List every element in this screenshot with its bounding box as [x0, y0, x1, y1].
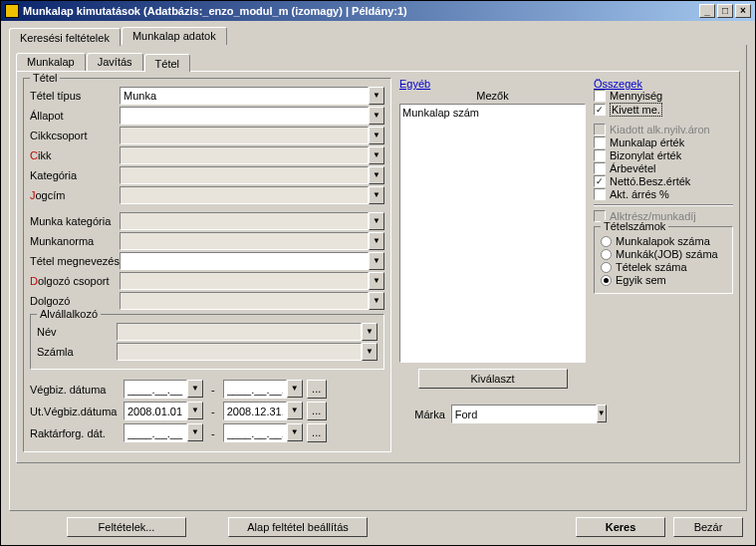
dropdown-icon[interactable]: ▼ [369, 166, 384, 184]
app-icon [5, 4, 19, 18]
dropdown-icon[interactable]: ▼ [369, 232, 384, 250]
combo-tetel-megnevezes[interactable] [120, 252, 369, 270]
label-kivett: Kivett me. [610, 103, 662, 117]
checkbox-bizonylat-ertek[interactable] [594, 149, 606, 161]
window-title: Munkalap kimutatások (Adatbázis:_enzo_mo… [23, 5, 699, 17]
bottom-bar: Feltételek... Alap feltétel beállítás Ke… [9, 511, 747, 539]
dropdown-icon[interactable]: ▼ [187, 380, 203, 398]
combo-tetel-tipus[interactable] [120, 87, 369, 105]
combo-dolgozo-csoport[interactable] [120, 272, 369, 290]
top-tabs: Keresési feltételek Munkalap adatok [9, 27, 747, 45]
input-vegbiz-to[interactable] [223, 380, 287, 399]
listbox-mezok[interactable]: Munkalap szám [399, 104, 586, 363]
combo-dolgozo[interactable] [120, 292, 369, 310]
link-egyeb[interactable]: Egyéb [399, 78, 586, 90]
checkbox-kivett[interactable]: ✓ [594, 104, 606, 116]
label-jogcim: Jogcím [30, 189, 120, 201]
label-tetel-megnevezes: Tétel megnevezés [30, 255, 120, 267]
main-window: Munkalap kimutatások (Adatbázis:_enzo_mo… [0, 0, 756, 546]
label-allapot: Állapot [30, 110, 120, 122]
separator: - [207, 406, 219, 417]
date-picker-button[interactable]: ... [307, 402, 327, 420]
list-item[interactable]: Munkalap szám [402, 107, 583, 119]
checkbox-mennyiseg[interactable] [594, 90, 606, 102]
combo-szamla[interactable] [117, 343, 362, 361]
label-raktarforg-dat: Raktárforg. dát. [30, 427, 120, 439]
label-dolgozo-csoport: Dolgozó csoport [30, 275, 120, 287]
dropdown-icon[interactable]: ▼ [369, 252, 384, 270]
combo-nev[interactable] [117, 323, 362, 341]
combo-allapot[interactable] [120, 107, 369, 125]
combo-cikk[interactable] [120, 146, 369, 164]
label-tetel-tipus: Tétel típus [30, 90, 120, 102]
minimize-button[interactable]: _ [699, 4, 715, 18]
separator: - [207, 384, 219, 396]
dropdown-icon[interactable]: ▼ [287, 423, 303, 441]
label-mennyiseg: Mennyiség [610, 90, 662, 102]
dropdown-icon[interactable]: ▼ [287, 402, 303, 419]
label-szamla: Számla [37, 346, 117, 358]
checkbox-arbevetel[interactable] [594, 162, 606, 174]
label-munka-kategoria: Munka kategória [30, 215, 120, 227]
input-utvegbiz-to[interactable] [223, 402, 287, 420]
combo-jogcim[interactable] [120, 186, 369, 204]
checkbox-kiadott [594, 124, 606, 136]
input-utvegbiz-from[interactable] [124, 402, 187, 420]
close-button[interactable]: × [735, 4, 751, 18]
tab-keresesi-feltetelek[interactable]: Keresési feltételek [9, 28, 121, 46]
dropdown-icon[interactable]: ▼ [369, 107, 384, 125]
group-tetelszamok: Tételszámok Munkalapok száma Munkák(JOB)… [594, 226, 733, 294]
dropdown-icon[interactable]: ▼ [369, 186, 384, 204]
dropdown-icon[interactable]: ▼ [287, 380, 303, 398]
combo-marka[interactable] [451, 405, 597, 423]
alap-feltetel-button[interactable]: Alap feltétel beállítás [228, 517, 368, 537]
dropdown-icon[interactable]: ▼ [187, 423, 203, 441]
label-munkalapok: Munkalapok száma [616, 235, 710, 247]
combo-munka-kategoria[interactable] [120, 212, 369, 230]
dropdown-icon[interactable]: ▼ [362, 343, 378, 361]
maximize-button[interactable]: □ [717, 4, 733, 18]
checkbox-munkalap-ertek[interactable] [594, 136, 606, 148]
link-osszegek[interactable]: Összegek [594, 78, 733, 90]
dropdown-icon[interactable]: ▼ [369, 212, 384, 230]
label-netto: Nettó.Besz.érték [610, 175, 690, 187]
dropdown-icon[interactable]: ▼ [369, 127, 384, 144]
bezar-button[interactable]: Bezár [673, 517, 743, 537]
tab-javitas[interactable]: Javítás [87, 53, 143, 71]
label-bizonylat-ertek: Bizonylat érték [610, 149, 681, 161]
combo-cikkcsoport[interactable] [120, 127, 369, 144]
input-vegbiz-from[interactable] [124, 380, 187, 399]
label-utvegbiz-datuma: Ut.Végbiz.dátuma [30, 406, 120, 417]
tab-munkalap-adatok[interactable]: Munkalap adatok [122, 27, 227, 45]
label-arbevetel: Árbevétel [610, 162, 655, 174]
keres-button[interactable]: Keres [576, 517, 665, 537]
titlebar: Munkalap kimutatások (Adatbázis:_enzo_mo… [1, 1, 755, 21]
kivalaszt-button[interactable]: Kiválaszt [418, 369, 568, 389]
date-picker-button[interactable]: ... [307, 423, 327, 442]
checkbox-akt-arres[interactable] [594, 188, 606, 200]
radio-munkalapok[interactable] [601, 236, 612, 247]
label-kiadott: Kiadott alk.nyilv.áron [610, 124, 710, 136]
dropdown-icon[interactable]: ▼ [369, 272, 384, 290]
input-raktar-from[interactable] [124, 423, 187, 442]
date-picker-button[interactable]: ... [307, 380, 327, 399]
radio-tetelek[interactable] [601, 262, 612, 273]
checkbox-netto[interactable]: ✓ [594, 175, 606, 187]
combo-kategoria[interactable] [120, 166, 369, 184]
combo-munkanorma[interactable] [120, 232, 369, 250]
dropdown-icon[interactable]: ▼ [369, 292, 384, 310]
tab-tetel[interactable]: Tétel [144, 54, 190, 72]
separator: - [207, 427, 219, 439]
dropdown-icon[interactable]: ▼ [187, 402, 203, 419]
feltetelek-button[interactable]: Feltételek... [67, 517, 186, 537]
radio-munkakjob[interactable] [601, 249, 612, 260]
dropdown-icon[interactable]: ▼ [362, 323, 378, 341]
input-raktar-to[interactable] [223, 423, 287, 442]
dropdown-icon[interactable]: ▼ [369, 87, 384, 105]
radio-egyiksem[interactable] [601, 275, 612, 286]
dropdown-icon[interactable]: ▼ [369, 146, 384, 164]
inner-tab-panel: Tétel Tétel típus ▼ Állapot ▼ Cikkcsopor… [16, 71, 740, 463]
tab-munkalap[interactable]: Munkalap [16, 53, 86, 71]
group-alvallakozo: Alvállalkozó Név ▼ Számla ▼ [30, 314, 384, 370]
label-egyiksem: Egyik sem [616, 274, 666, 286]
